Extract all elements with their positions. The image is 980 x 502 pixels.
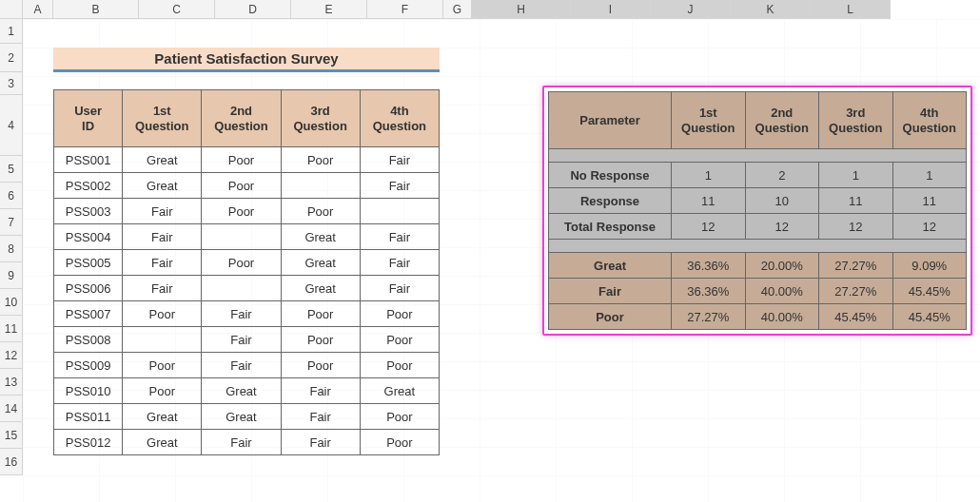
user-id-cell[interactable]: PSS004 [54, 224, 123, 250]
answer-cell[interactable]: Poor [281, 199, 360, 224]
answer-cell[interactable]: Poor [123, 378, 202, 404]
summary-value[interactable]: 11 [892, 188, 967, 214]
user-id-cell[interactable]: PSS001 [54, 147, 123, 173]
row-header-5[interactable]: 5 [0, 156, 23, 183]
summary-header[interactable]: 2ndQuestion [745, 92, 818, 149]
answer-cell[interactable]: Poor [360, 404, 439, 430]
summary-percent[interactable]: 20.00% [745, 253, 818, 279]
answer-cell[interactable]: Poor [202, 199, 281, 224]
row-header-11[interactable]: 11 [0, 316, 23, 342]
answer-cell[interactable] [281, 173, 360, 199]
row-header-13[interactable]: 13 [0, 369, 23, 396]
answer-cell[interactable]: Great [360, 378, 439, 404]
column-header-H[interactable]: H [472, 0, 571, 19]
column-header-I[interactable]: I [571, 0, 651, 19]
summary-value[interactable]: 12 [745, 214, 818, 240]
answer-cell[interactable]: Great [202, 378, 281, 404]
column-header-G[interactable]: G [443, 0, 472, 19]
summary-header[interactable]: 4thQuestion [892, 92, 967, 149]
answer-cell[interactable]: Great [281, 250, 360, 276]
survey-header[interactable]: 1stQuestion [123, 90, 202, 147]
summary-label[interactable]: Poor [549, 304, 672, 330]
survey-header[interactable]: UserID [54, 90, 123, 147]
answer-cell[interactable]: Poor [360, 353, 439, 378]
answer-cell[interactable]: Great [281, 224, 360, 250]
answer-cell[interactable]: Fair [123, 199, 202, 224]
answer-cell[interactable]: Poor [202, 250, 281, 276]
summary-percent[interactable]: 45.45% [819, 304, 892, 330]
answer-cell[interactable]: Fair [360, 276, 439, 301]
survey-header[interactable]: 4thQuestion [360, 90, 439, 147]
summary-value[interactable]: 12 [672, 214, 745, 240]
answer-cell[interactable]: Great [123, 147, 202, 173]
row-header-4[interactable]: 4 [0, 95, 23, 156]
answer-cell[interactable]: Great [123, 404, 202, 430]
summary-label[interactable]: Total Response [549, 214, 672, 240]
row-header-6[interactable]: 6 [0, 183, 23, 209]
column-header-C[interactable]: C [139, 0, 215, 19]
summary-percent[interactable]: 40.00% [745, 304, 818, 330]
answer-cell[interactable]: Fair [202, 327, 281, 353]
summary-label[interactable]: Response [549, 188, 672, 214]
summary-value[interactable]: 10 [745, 188, 818, 214]
user-id-cell[interactable]: PSS009 [54, 353, 123, 378]
column-header-B[interactable]: B [53, 0, 139, 19]
summary-percent[interactable]: 27.27% [819, 253, 892, 279]
row-header-16[interactable]: 16 [0, 449, 23, 475]
user-id-cell[interactable]: PSS006 [54, 276, 123, 301]
answer-cell[interactable]: Poor [281, 301, 360, 327]
user-id-cell[interactable]: PSS008 [54, 327, 123, 353]
summary-percent[interactable]: 36.36% [672, 253, 745, 279]
summary-value[interactable]: 1 [819, 163, 892, 188]
column-header-L[interactable]: L [811, 0, 891, 19]
user-id-cell[interactable]: PSS007 [54, 301, 123, 327]
row-header-7[interactable]: 7 [0, 209, 23, 236]
answer-cell[interactable]: Fair [202, 301, 281, 327]
answer-cell[interactable] [202, 224, 281, 250]
summary-percent[interactable]: 27.27% [672, 304, 745, 330]
row-header-8[interactable]: 8 [0, 236, 23, 262]
column-header-F[interactable]: F [367, 0, 443, 19]
answer-cell[interactable]: Poor [281, 147, 360, 173]
row-header-2[interactable]: 2 [0, 44, 23, 72]
row-header-12[interactable]: 12 [0, 342, 23, 369]
answer-cell[interactable]: Fair [281, 430, 360, 455]
user-id-cell[interactable]: PSS011 [54, 404, 123, 430]
column-header-J[interactable]: J [651, 0, 731, 19]
summary-header[interactable]: 3rdQuestion [819, 92, 892, 149]
answer-cell[interactable]: Poor [202, 173, 281, 199]
summary-value[interactable]: 12 [819, 214, 892, 240]
column-header-D[interactable]: D [215, 0, 291, 19]
summary-value[interactable]: 12 [892, 214, 967, 240]
summary-label[interactable]: Fair [549, 279, 672, 304]
column-header-A[interactable]: A [23, 0, 53, 19]
answer-cell[interactable]: Great [281, 276, 360, 301]
summary-percent[interactable]: 45.45% [892, 279, 967, 304]
answer-cell[interactable] [123, 327, 202, 353]
summary-label[interactable]: Great [549, 253, 672, 279]
answer-cell[interactable]: Poor [360, 327, 439, 353]
summary-value[interactable]: 2 [745, 163, 818, 188]
column-header-E[interactable]: E [291, 0, 367, 19]
answer-cell[interactable]: Fair [360, 250, 439, 276]
row-header-3[interactable]: 3 [0, 72, 23, 95]
answer-cell[interactable]: Fair [281, 378, 360, 404]
row-header-1[interactable]: 1 [0, 19, 23, 44]
row-header-14[interactable]: 14 [0, 396, 23, 422]
answer-cell[interactable]: Fair [360, 224, 439, 250]
summary-label[interactable]: No Response [549, 163, 672, 188]
summary-header[interactable]: 1stQuestion [672, 92, 745, 149]
user-id-cell[interactable]: PSS005 [54, 250, 123, 276]
answer-cell[interactable]: Great [202, 404, 281, 430]
user-id-cell[interactable]: PSS010 [54, 378, 123, 404]
summary-value[interactable]: 1 [892, 163, 967, 188]
answer-cell[interactable]: Great [123, 430, 202, 455]
summary-percent[interactable]: 36.36% [672, 279, 745, 304]
summary-value[interactable]: 1 [672, 163, 745, 188]
column-header-K[interactable]: K [731, 0, 811, 19]
answer-cell[interactable]: Great [123, 173, 202, 199]
select-all-corner[interactable] [0, 0, 23, 19]
answer-cell[interactable]: Fair [360, 147, 439, 173]
summary-percent[interactable]: 45.45% [892, 304, 967, 330]
user-id-cell[interactable]: PSS012 [54, 430, 123, 455]
